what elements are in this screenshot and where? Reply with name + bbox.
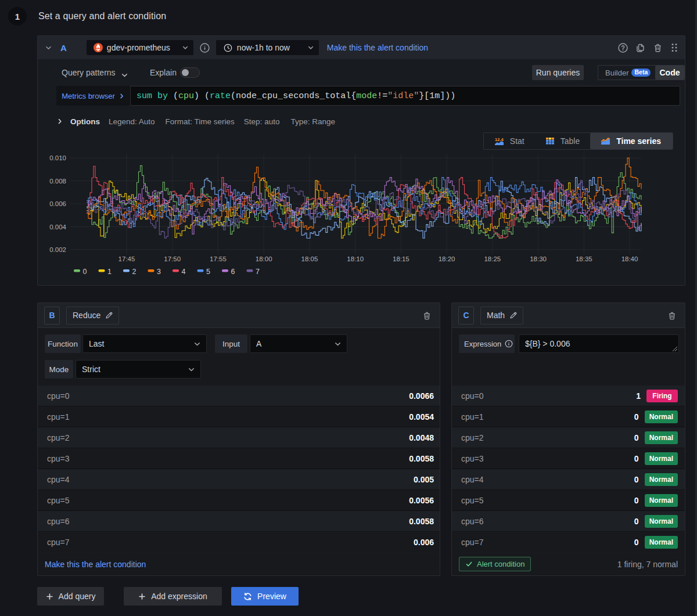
svg-text:18:30: 18:30	[530, 255, 547, 262]
svg-text:2: 2	[132, 268, 136, 276]
svg-text:0.008: 0.008	[49, 178, 66, 185]
svg-text:18:40: 18:40	[621, 255, 638, 262]
svg-text:18:35: 18:35	[576, 255, 592, 262]
svg-text:0.006: 0.006	[49, 200, 66, 207]
svg-text:17:55: 17:55	[210, 255, 227, 262]
svg-text:18:20: 18:20	[439, 255, 455, 262]
svg-text:7: 7	[256, 268, 260, 276]
svg-text:5: 5	[206, 268, 210, 276]
svg-text:18:10: 18:10	[347, 255, 364, 262]
svg-text:0.004: 0.004	[49, 224, 66, 230]
svg-text:18:25: 18:25	[484, 255, 501, 262]
svg-text:1: 1	[107, 268, 112, 276]
svg-text:4: 4	[182, 268, 186, 276]
svg-text:17:50: 17:50	[164, 255, 181, 262]
svg-text:6: 6	[231, 268, 235, 276]
svg-text:12.4: 12.4	[495, 137, 504, 142]
svg-text:17:45: 17:45	[118, 255, 135, 262]
svg-text:0.010: 0.010	[49, 154, 66, 161]
svg-text:0.002: 0.002	[49, 246, 66, 253]
svg-text:0: 0	[83, 268, 87, 276]
svg-text:3: 3	[157, 268, 161, 276]
svg-text:18:05: 18:05	[301, 255, 318, 262]
svg-text:18:15: 18:15	[393, 255, 409, 262]
svg-text:18:00: 18:00	[256, 255, 272, 262]
